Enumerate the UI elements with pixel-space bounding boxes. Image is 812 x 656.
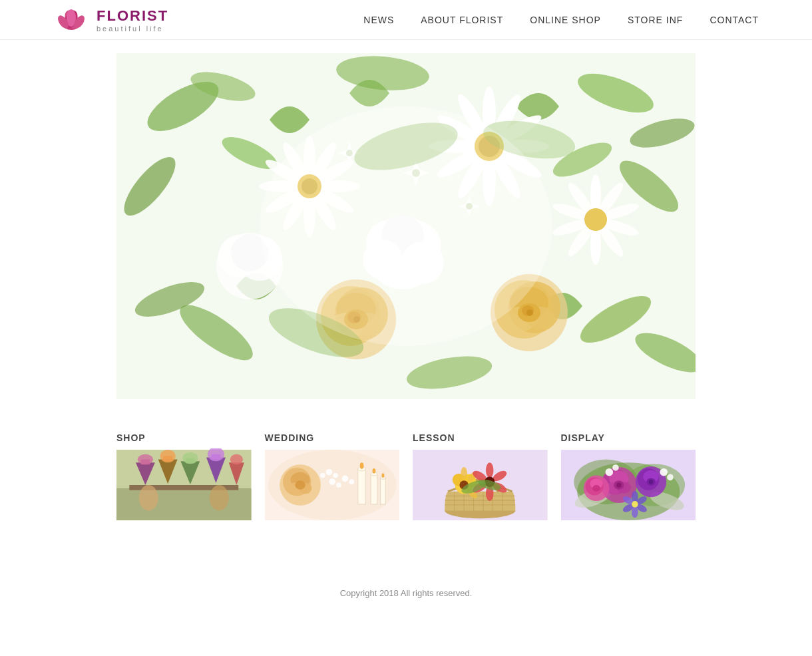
category-shop-image [116,448,252,522]
category-lesson-image [413,448,548,522]
svg-point-192 [660,468,668,476]
svg-point-129 [336,482,341,488]
category-shop-label: SHOP [116,432,252,443]
svg-point-126 [333,473,338,478]
svg-point-116 [210,485,229,511]
svg-point-193 [667,474,674,481]
svg-point-131 [349,479,354,484]
site-footer: Copyright 2018 All rights reserved. [0,562,812,611]
nav-shop[interactable]: ONLINE SHOP [530,15,601,25]
logo-icon [53,5,90,35]
svg-point-191 [612,464,619,471]
category-grid: SHOP [116,432,696,522]
svg-rect-135 [371,474,377,504]
nav-contact[interactable]: CONTACT [710,15,759,25]
hero-image-container [116,53,696,399]
category-shop[interactable]: SHOP [116,432,252,522]
svg-point-127 [319,473,325,478]
category-display-label: DISPLAY [561,432,696,443]
svg-point-189 [632,501,638,508]
svg-point-115 [139,485,158,511]
svg-point-109 [182,452,198,464]
logo-link[interactable]: FLORIST beautiful life [53,5,168,35]
category-wedding[interactable]: WEDDING [265,432,400,522]
svg-point-103 [138,454,153,464]
svg-point-130 [341,476,348,482]
svg-point-182 [592,485,600,492]
hero-flowers-svg [116,53,696,399]
logo-name: FLORIST [97,7,168,25]
nav-about[interactable]: ABOUT FLORIST [421,15,503,25]
svg-point-97 [260,106,552,346]
svg-point-173 [616,482,621,488]
svg-point-178 [648,480,653,484]
category-display[interactable]: DISPLAY [561,432,696,522]
copyright-text: Copyright 2018 All rights reserved. [340,588,473,598]
svg-point-124 [295,480,305,490]
svg-point-87 [526,309,533,316]
svg-point-59 [584,208,607,231]
svg-point-137 [372,468,375,474]
nav-store[interactable]: STORE INF [628,15,683,25]
svg-point-128 [329,478,335,485]
svg-point-147 [461,467,467,480]
svg-point-190 [605,468,613,476]
category-wedding-label: WEDDING [265,432,400,443]
main-nav: NEWS ABOUT FLORIST ONLINE SHOP STORE INF… [363,15,759,25]
svg-rect-99 [116,488,252,520]
categories-section: SHOP [116,432,696,522]
svg-point-114 [230,454,243,464]
logo-text-block: FLORIST beautiful life [97,7,168,33]
logo-tagline: beautiful life [97,25,168,33]
hero-section [0,53,812,399]
site-header: FLORIST beautiful life NEWS ABOUT FLORIS… [0,0,812,40]
svg-rect-132 [357,469,365,504]
svg-point-152 [486,462,494,478]
category-lesson-label: LESSON [413,432,548,443]
category-display-image [561,448,696,522]
category-wedding-image [265,448,400,522]
svg-rect-138 [380,478,385,504]
nav-news[interactable]: NEWS [363,15,394,25]
svg-point-125 [325,469,332,476]
svg-point-134 [359,462,363,469]
hero-visual [116,53,696,399]
category-lesson[interactable]: LESSON [413,432,548,522]
svg-point-140 [381,473,384,478]
svg-point-106 [160,450,176,462]
